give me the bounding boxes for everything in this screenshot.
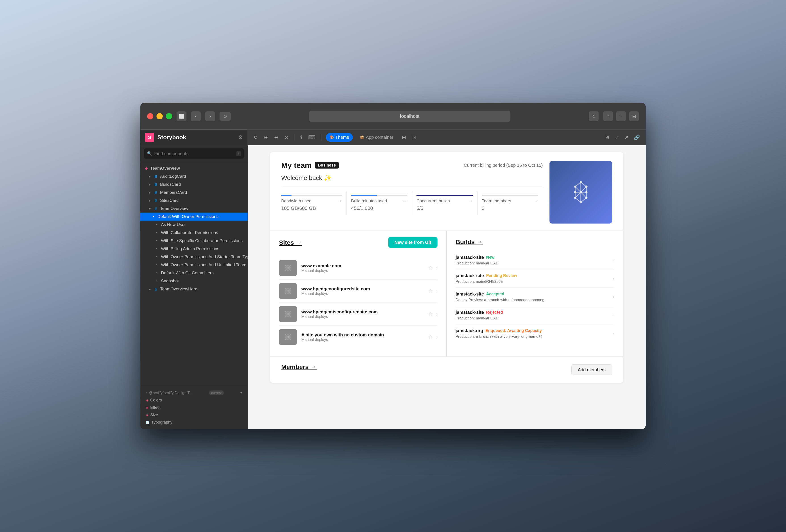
sidebar-item-team-overview-root[interactable]: ◈ TeamOverview (140, 164, 248, 172)
sidebar-item-as-new-user[interactable]: ▪ As New User (140, 221, 248, 229)
sidebar-item-owner-unlimited[interactable]: ▪ With Owner Permissions And Unlimited T… (140, 261, 248, 269)
site-name: A site you own with no custom domain (301, 332, 424, 338)
content-grid: Sites → New site from Git 🖼 www.example.… (270, 230, 623, 356)
build-minutes-value: 456/1,000 (351, 204, 408, 211)
search-input-wrap: 🔍 / (144, 148, 244, 159)
dt-label: Size (150, 413, 158, 417)
refresh-icon[interactable]: ↻ (252, 133, 259, 142)
builds-title[interactable]: Builds → (456, 238, 614, 246)
new-tab-button[interactable]: + (616, 111, 626, 121)
sidebar-toggle-button[interactable]: ⬜ (177, 111, 186, 121)
svg-point-8 (585, 186, 587, 188)
browser-chrome: ⬜ ‹ › ⊙ localhost ↻ ↑ + ⊞ (140, 103, 646, 130)
info-icon[interactable]: ℹ (299, 133, 303, 142)
tabs-overview-button[interactable]: ⊞ (629, 111, 639, 121)
story-icon: ▪ (155, 279, 159, 283)
maximize-button[interactable] (166, 113, 172, 119)
close-button[interactable] (147, 113, 153, 119)
back-button[interactable]: ‹ (191, 111, 201, 121)
site-type: Manual deploys (301, 292, 424, 296)
dt-branch: current (209, 391, 224, 395)
dt-expand-icon: ▾ (240, 391, 242, 395)
star-icon[interactable]: ☆ (428, 311, 433, 317)
link-icon[interactable]: 🔗 (632, 133, 641, 142)
sidebar-item-sites-card[interactable]: ▸ ⊞ SitesCard (140, 196, 248, 205)
sidebar-item-git-committers[interactable]: ▪ Default With Git Committers (140, 269, 248, 277)
site-actions: ☆ › (428, 334, 438, 340)
component-icon: ⊞ (154, 199, 158, 203)
fullscreen-icon[interactable]: ⤢ (614, 133, 620, 142)
star-icon[interactable]: ☆ (428, 334, 433, 340)
new-site-button[interactable]: New site from Git (388, 237, 438, 248)
forward-button[interactable]: › (205, 111, 215, 121)
billing-period: Current billing period (Sep 15 to Oct 15… (464, 163, 543, 168)
svg-point-11 (574, 191, 576, 193)
minimize-button[interactable] (157, 113, 163, 119)
sidebar-item-billing-admin[interactable]: ▪ With Billing Admin Permissions (140, 245, 248, 253)
site-thumb-icon: 🖼 (285, 310, 291, 318)
zoom-in-icon[interactable]: ⊕ (262, 133, 269, 142)
tab-app-container[interactable]: 📦 App container (356, 133, 397, 142)
design-token-size[interactable]: ◈ Size (144, 411, 244, 419)
stat-build-minutes: Build minutes used → 456/1,000 (347, 191, 412, 214)
search-icon: 🔍 (147, 151, 152, 156)
site-item[interactable]: 🖼 www.hpedgeconfiguredsite.com Manual de… (279, 280, 438, 303)
build-info: jamstack-site New Production: main@HEAD (456, 255, 610, 265)
sidebar-item-owner-starter[interactable]: ▪ With Owner Permissions And Starter Tea… (140, 253, 248, 261)
build-item[interactable]: jamstack.org Enqueued: Awaiting Capacity… (456, 324, 614, 343)
sidebar-item-audit-log-card[interactable]: ▸ ⊞ AuditLogCard (140, 172, 248, 180)
share-button[interactable]: ↑ (603, 111, 613, 121)
browser-body: S Storybook ⚙ 🔍 / ◈ TeamOverview (140, 130, 646, 429)
zoom-out-icon[interactable]: ⊖ (273, 133, 279, 142)
desktop-icon[interactable]: 🖥 (603, 133, 611, 142)
build-item[interactable]: jamstack-site Rejected Production: main@… (456, 306, 614, 324)
sites-title[interactable]: Sites → (279, 239, 302, 246)
build-item[interactable]: jamstack-site Pending Review Production:… (456, 269, 614, 288)
open-new-icon[interactable]: ↗ (623, 133, 630, 142)
sidebar-item-team-overview-hero[interactable]: ▸ ⊞ TeamOverviewHero (140, 285, 248, 293)
star-icon[interactable]: ☆ (428, 288, 433, 294)
grid-icon[interactable]: ⊞ (400, 133, 407, 142)
sidebar-label: With Owner Permissions And Unlimited Tea… (161, 262, 248, 267)
sidebar-item-site-specific[interactable]: ▪ With Site Specific Collaborator Permis… (140, 237, 248, 245)
search-input[interactable] (154, 151, 234, 156)
sidebar-item-members-card[interactable]: ▸ ⊞ MembersCard (140, 188, 248, 196)
concurrent-builds-value: 5/5 (416, 204, 473, 211)
reload-button[interactable]: ↻ (589, 111, 599, 121)
dt-color-icon: ◈ (146, 398, 148, 402)
sidebar-item-team-overview[interactable]: ▾ ⊞ TeamOverview (140, 205, 248, 213)
build-item[interactable]: jamstack-site New Production: main@HEAD … (456, 251, 614, 269)
sidebar-label: AuditLogCard (160, 174, 186, 179)
site-item[interactable]: 🖼 A site you own with no custom domain M… (279, 326, 438, 348)
address-bar[interactable]: localhost (309, 111, 510, 122)
add-members-button[interactable]: Add members (571, 364, 612, 375)
zoom-reset-icon[interactable]: ⊘ (283, 133, 290, 142)
sidebar-label: MembersCard (160, 190, 187, 195)
star-icon[interactable]: ☆ (428, 265, 433, 271)
settings-icon[interactable]: ⚙ (238, 134, 243, 141)
members-title[interactable]: Members → (281, 364, 317, 371)
build-minutes-total: /1,000 (359, 205, 373, 211)
expand-icon[interactable]: ⊡ (411, 133, 418, 142)
team-logo-area (550, 161, 612, 224)
build-name-row: jamstack-site New (456, 255, 610, 260)
design-token-effect[interactable]: ◈ Effect (144, 404, 244, 411)
sidebar-item-snapshot[interactable]: ▪ Snapshot (140, 277, 248, 285)
build-item[interactable]: jamstack-site Accepted Deploy Preview: a… (456, 288, 614, 306)
chevron-right-icon: › (436, 311, 438, 317)
site-item[interactable]: 🖼 www.example.com Manual deploys ☆ › (279, 257, 438, 280)
sidebar-item-default-owner[interactable]: ▪ Default With Owner Permissions (140, 213, 248, 221)
chevron-right-icon: › (613, 313, 614, 318)
design-token-typography[interactable]: 📄 Typography (144, 419, 244, 426)
sidebar-item-builds-card[interactable]: ▸ ⊞ BuildsCard (140, 180, 248, 188)
design-token-colors[interactable]: ◈ Colors (144, 396, 244, 404)
keyboard-icon[interactable]: ⌨ (307, 133, 317, 142)
build-site: jamstack-site (456, 292, 484, 297)
design-tokens-header[interactable]: ▪ @netlify/netlify Design T... current ▾ (144, 389, 244, 396)
tab-theme[interactable]: 🎨 Theme (326, 133, 353, 142)
component-icon: ⊞ (154, 182, 158, 187)
sidebar-item-with-collaborator[interactable]: ▪ With Collaborator Permissions (140, 229, 248, 237)
site-item[interactable]: 🖼 www.hpedgemisconfiguredsite.com Manual… (279, 303, 438, 326)
welcome-text: Welcome back ✨ (281, 174, 543, 182)
chevron-right-icon: › (436, 265, 438, 271)
